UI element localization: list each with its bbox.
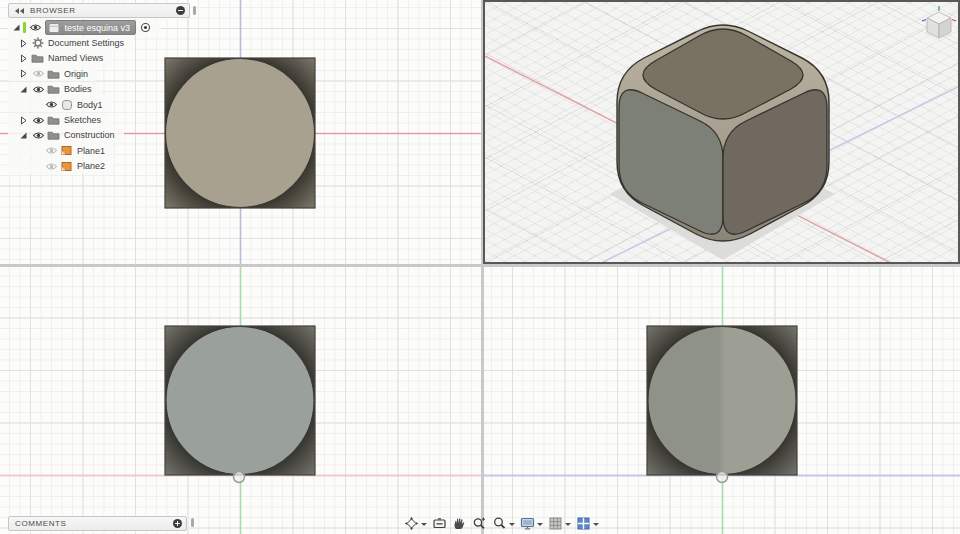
browser-panel-header[interactable]: BROWSER <box>8 3 190 18</box>
display-settings-icon <box>520 516 535 531</box>
expander-closed-icon[interactable] <box>17 54 30 63</box>
tree-row-chip: Sketches <box>8 113 110 128</box>
viewport-bottom-left[interactable] <box>0 267 481 534</box>
comments-panel-title: COMMENTS <box>15 519 173 528</box>
comments-panel-header[interactable]: COMMENTS <box>8 516 187 531</box>
minimize-circle-icon[interactable] <box>176 6 185 15</box>
activate-component-radio-icon[interactable] <box>138 22 152 33</box>
fusion-workspace: BROWSER teste esquina v3Document Setting… <box>0 0 960 534</box>
dropdown-caret-icon[interactable] <box>565 523 571 529</box>
folder-icon <box>46 115 61 125</box>
tree-row-plane2[interactable]: Plane2 <box>0 159 230 174</box>
grid-snaps-icon <box>548 516 563 531</box>
tree-row-origin[interactable]: Origin <box>0 66 230 81</box>
tree-item-label: Plane2 <box>74 161 105 171</box>
tree-row-chip: Plane2 <box>8 159 114 174</box>
tree-row-chip: Plane1 <box>8 143 114 158</box>
tree-row-chip: Bodies <box>8 82 101 97</box>
viewports-icon <box>576 516 591 531</box>
nav-zoom-button[interactable] <box>470 515 489 532</box>
tree-item-label: Construction <box>61 130 115 140</box>
eye-hidden-icon[interactable] <box>30 69 46 78</box>
nav-fit-button[interactable] <box>490 515 517 532</box>
eye-visible-icon[interactable] <box>30 131 46 140</box>
tree-item-label: Named Views <box>45 53 103 63</box>
tree-row-document-settings[interactable]: Document Settings <box>0 35 230 50</box>
panel-grip[interactable] <box>191 518 194 527</box>
eye-hidden-icon[interactable] <box>43 146 59 155</box>
navigation-toolbar <box>402 513 601 534</box>
body-icon <box>59 99 74 111</box>
expander-open-icon[interactable] <box>17 131 30 140</box>
tree-row-teste-esquina-v3[interactable]: teste esquina v3 <box>0 20 230 35</box>
tree-row-chip: Document Settings <box>8 36 133 51</box>
tree-row-bodies[interactable]: Bodies <box>0 82 230 97</box>
gear-icon <box>30 37 45 49</box>
tree-item-label: Bodies <box>61 84 92 94</box>
origin-marker <box>717 472 728 483</box>
plane-icon <box>59 145 74 156</box>
dropdown-caret-icon[interactable] <box>421 523 427 529</box>
zoom-icon <box>472 516 487 531</box>
look-at-icon <box>432 516 447 531</box>
tree-item-label: Body1 <box>74 100 103 110</box>
tree-row-chip: teste esquina v3 <box>8 20 161 35</box>
eye-visible-icon[interactable] <box>28 23 44 32</box>
browser-panel-title: BROWSER <box>30 6 176 15</box>
eye-visible-icon[interactable] <box>30 116 46 125</box>
tree-item-label: Sketches <box>61 115 101 125</box>
nav-viewports-button[interactable] <box>574 515 601 532</box>
active-document-bar <box>23 22 26 33</box>
nav-pan-button[interactable] <box>450 515 469 532</box>
browser-tree: teste esquina v3Document SettingsNamed V… <box>0 20 230 174</box>
tree-item-label: Plane1 <box>74 146 105 156</box>
tree-row-chip: Body1 <box>8 97 112 112</box>
nav-display-settings-button[interactable] <box>518 515 545 532</box>
tree-item-label: Document Settings <box>45 38 124 48</box>
nav-look-at-button[interactable] <box>430 515 449 532</box>
dropdown-caret-icon[interactable] <box>593 523 599 529</box>
component-icon <box>47 22 62 34</box>
expander-open-icon[interactable] <box>10 23 23 32</box>
nav-grid-and-snaps-button[interactable] <box>546 515 573 532</box>
tree-row-named-views[interactable]: Named Views <box>0 51 230 66</box>
tree-row-sketches[interactable]: Sketches <box>0 112 230 127</box>
orbit-icon <box>404 516 419 531</box>
folder-icon <box>30 53 45 63</box>
tree-row-chip: Named Views <box>8 51 112 66</box>
panel-grip[interactable] <box>193 6 196 15</box>
folder-icon <box>46 69 61 79</box>
expander-closed-icon[interactable] <box>17 39 30 48</box>
folder-icon <box>46 130 61 140</box>
viewport-top-right-active[interactable] <box>483 0 960 264</box>
tree-item-label: teste esquina v3 <box>62 23 131 33</box>
selected-item-highlight: teste esquina v3 <box>45 20 137 35</box>
expander-closed-icon[interactable] <box>17 69 30 78</box>
expander-open-icon[interactable] <box>17 85 30 94</box>
pan-hand-icon <box>452 516 467 531</box>
tree-row-plane1[interactable]: Plane1 <box>0 143 230 158</box>
tree-row-construction[interactable]: Construction <box>0 128 230 143</box>
plane-icon <box>59 161 74 172</box>
body-iso-view[interactable] <box>610 25 835 260</box>
nav-orbit-button[interactable] <box>402 515 429 532</box>
eye-visible-icon[interactable] <box>30 85 46 94</box>
dropdown-caret-icon[interactable] <box>509 523 515 529</box>
fit-icon <box>492 516 507 531</box>
tree-row-body1[interactable]: Body1 <box>0 97 230 112</box>
collapse-double-arrow-icon[interactable] <box>14 6 25 16</box>
dropdown-caret-icon[interactable] <box>537 523 543 529</box>
body-right-view[interactable] <box>647 326 797 475</box>
viewport-bottom-right[interactable] <box>484 267 960 534</box>
view-cube[interactable] <box>922 6 956 38</box>
body-front-view[interactable] <box>165 326 315 475</box>
folder-icon <box>46 84 61 94</box>
tree-row-chip: Origin <box>8 66 97 81</box>
origin-marker <box>234 472 245 483</box>
eye-visible-icon[interactable] <box>43 100 59 109</box>
add-comment-circle-icon[interactable] <box>173 519 182 528</box>
tree-row-chip: Construction <box>8 128 124 143</box>
eye-hidden-icon[interactable] <box>43 162 59 171</box>
expander-closed-icon[interactable] <box>17 116 30 125</box>
tree-item-label: Origin <box>61 69 88 79</box>
